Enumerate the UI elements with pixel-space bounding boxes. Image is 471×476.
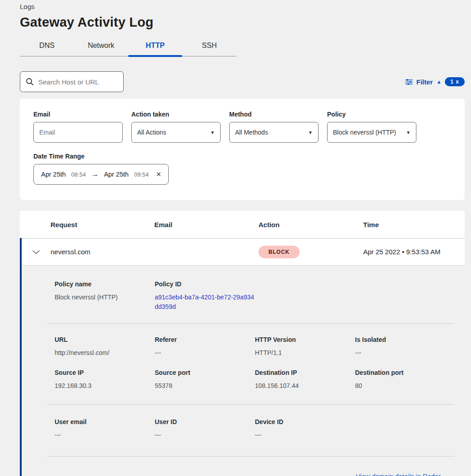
action-taken-value: All Actions bbox=[137, 129, 166, 136]
referer-cell: Referer --- bbox=[155, 336, 255, 358]
view-in-radar-link[interactable]: View domain details in Radar → bbox=[356, 473, 449, 476]
filter-toggle-button[interactable]: Filter ▲ 1 x bbox=[405, 77, 465, 86]
row-action: BLOCK bbox=[259, 246, 363, 258]
action-taken-field: Action taken All Actions ▼ bbox=[131, 111, 221, 143]
range-end-time: 09:54 bbox=[134, 171, 149, 178]
radar-link-row: View domain details in Radar → bbox=[55, 457, 454, 476]
breadcrumb[interactable]: Logs bbox=[20, 2, 465, 10]
block-action-badge: BLOCK bbox=[259, 246, 300, 258]
empty-cell bbox=[355, 418, 454, 440]
search-filter-row: Filter ▲ 1 x bbox=[20, 71, 465, 92]
filter-panel: Email Action taken All Actions ▼ Method … bbox=[20, 98, 465, 200]
source-ip-label: Source IP bbox=[55, 369, 155, 376]
email-filter-input[interactable] bbox=[33, 122, 123, 143]
gateway-activity-log-page: Logs Gateway Activity Log DNS Network HT… bbox=[0, 0, 471, 476]
search-box bbox=[20, 71, 124, 92]
is-isolated-label: Is Isolated bbox=[355, 336, 454, 343]
search-input[interactable] bbox=[38, 78, 118, 86]
destination-port-value: 80 bbox=[355, 381, 454, 391]
user-email-cell: User email --- bbox=[55, 418, 155, 440]
destination-ip-cell: Destination IP 108.156.107.44 bbox=[255, 369, 355, 391]
url-cell: URL http://neverssl.com/ bbox=[55, 336, 155, 358]
device-id-cell: Device ID --- bbox=[255, 418, 355, 440]
policy-label: Policy bbox=[327, 111, 416, 118]
table-row[interactable]: neverssl.com BLOCK Apr 25 2022 • 9:53:53… bbox=[22, 238, 465, 266]
method-select[interactable]: All Methods ▼ bbox=[229, 122, 319, 143]
policy-id-cell: Policy ID a91c3eb4-ba7a-4201-be72-29a934… bbox=[155, 280, 255, 312]
policy-id-link[interactable]: a91c3eb4-ba7a-4201-be72-29a934dd359d bbox=[155, 294, 254, 310]
destination-port-cell: Destination port 80 bbox=[355, 369, 454, 391]
tab-network[interactable]: Network bbox=[74, 37, 128, 56]
column-header-action: Action bbox=[259, 221, 363, 229]
date-time-range-field: Date Time Range Apr 25th 08:54 → Apr 25t… bbox=[33, 153, 451, 185]
clear-range-icon[interactable]: ✕ bbox=[156, 171, 162, 178]
http-version-cell: HTTP Version HTTP/1.1 bbox=[255, 336, 355, 358]
url-label: URL bbox=[55, 336, 155, 343]
policy-section: Policy name Block neverssl (HTTP) Policy… bbox=[55, 266, 454, 323]
source-port-label: Source port bbox=[155, 369, 255, 376]
policy-value: Block neverssl (HTTP) bbox=[333, 129, 396, 136]
column-header-request: Request bbox=[51, 221, 154, 229]
policy-name-cell: Policy name Block neverssl (HTTP) bbox=[55, 280, 155, 312]
chevron-down-icon[interactable] bbox=[22, 250, 51, 254]
date-time-range-picker[interactable]: Apr 25th 08:54 → Apr 25th 09:54 ✕ bbox=[33, 164, 169, 185]
user-email-label: User email bbox=[55, 418, 155, 425]
http-version-label: HTTP Version bbox=[255, 336, 355, 343]
filter-count-badge[interactable]: 1 x bbox=[445, 77, 465, 86]
policy-id-label: Policy ID bbox=[155, 280, 255, 288]
policy-select[interactable]: Block neverssl (HTTP) ▼ bbox=[327, 122, 416, 143]
row-time: Apr 25 2022 • 9:53:53 AM bbox=[363, 248, 465, 256]
email-filter-label: Email bbox=[33, 111, 123, 118]
user-id-value: --- bbox=[155, 430, 255, 440]
row-request: neverssl.com bbox=[51, 248, 154, 256]
log-type-tabs: DNS Network HTTP SSH bbox=[20, 37, 236, 56]
referer-label: Referer bbox=[155, 336, 255, 343]
source-port-cell: Source port 55378 bbox=[155, 369, 255, 391]
range-start-date: Apr 25th bbox=[41, 171, 66, 178]
http-version-value: HTTP/1.1 bbox=[255, 348, 355, 358]
user-email-value: --- bbox=[55, 430, 155, 440]
destination-ip-label: Destination IP bbox=[255, 369, 355, 376]
chevron-down-icon: ▼ bbox=[308, 130, 313, 135]
column-header-email: Email bbox=[154, 221, 259, 229]
collapse-caret-icon: ▲ bbox=[436, 79, 441, 84]
action-taken-label: Action taken bbox=[131, 111, 221, 118]
filter-label: Filter bbox=[416, 78, 433, 86]
filter-fields-row: Email Action taken All Actions ▼ Method … bbox=[33, 111, 451, 143]
email-filter-field: Email bbox=[33, 111, 123, 143]
device-id-label: Device ID bbox=[255, 418, 355, 425]
user-id-cell: User ID --- bbox=[155, 418, 255, 440]
referer-value: --- bbox=[155, 348, 255, 358]
date-time-range-label: Date Time Range bbox=[33, 153, 451, 160]
destination-port-label: Destination port bbox=[355, 369, 454, 376]
user-id-label: User ID bbox=[155, 418, 255, 425]
source-port-value: 55378 bbox=[155, 381, 255, 391]
url-value: http://neverssl.com/ bbox=[55, 348, 155, 358]
tab-dns[interactable]: DNS bbox=[20, 37, 74, 56]
policy-field: Policy Block neverssl (HTTP) ▼ bbox=[327, 111, 416, 143]
policy-name-label: Policy name bbox=[55, 280, 155, 288]
range-start-time: 08:54 bbox=[71, 171, 86, 178]
device-id-value: --- bbox=[255, 430, 355, 440]
page-title: Gateway Activity Log bbox=[20, 15, 465, 30]
activity-log-table: Request Email Action Time neverssl.com B… bbox=[20, 211, 465, 476]
source-ip-cell: Source IP 192.168.30.3 bbox=[55, 369, 155, 391]
column-header-time: Time bbox=[363, 221, 465, 229]
is-isolated-cell: Is Isolated --- bbox=[355, 336, 454, 358]
search-icon bbox=[26, 78, 34, 86]
action-taken-select[interactable]: All Actions ▼ bbox=[131, 122, 221, 143]
is-isolated-value: --- bbox=[355, 348, 454, 358]
tab-ssh[interactable]: SSH bbox=[182, 37, 236, 56]
chevron-down-icon: ▼ bbox=[210, 130, 215, 135]
method-value: All Methods bbox=[235, 129, 268, 136]
network-detail-section: Source IP 192.168.30.3 Source port 55378… bbox=[55, 358, 454, 404]
chevron-down-icon: ▼ bbox=[406, 130, 411, 135]
tab-http[interactable]: HTTP bbox=[128, 37, 182, 56]
filter-sliders-icon bbox=[405, 79, 413, 85]
destination-ip-value: 108.156.107.44 bbox=[255, 381, 355, 391]
expanded-row-details: Policy name Block neverssl (HTTP) Policy… bbox=[22, 266, 465, 476]
source-ip-value: 192.168.30.3 bbox=[55, 381, 155, 391]
http-detail-section: URL http://neverssl.com/ Referer --- HTT… bbox=[55, 324, 454, 358]
expanded-log-entry: neverssl.com BLOCK Apr 25 2022 • 9:53:53… bbox=[20, 238, 465, 476]
range-end-date: Apr 25th bbox=[104, 171, 129, 178]
